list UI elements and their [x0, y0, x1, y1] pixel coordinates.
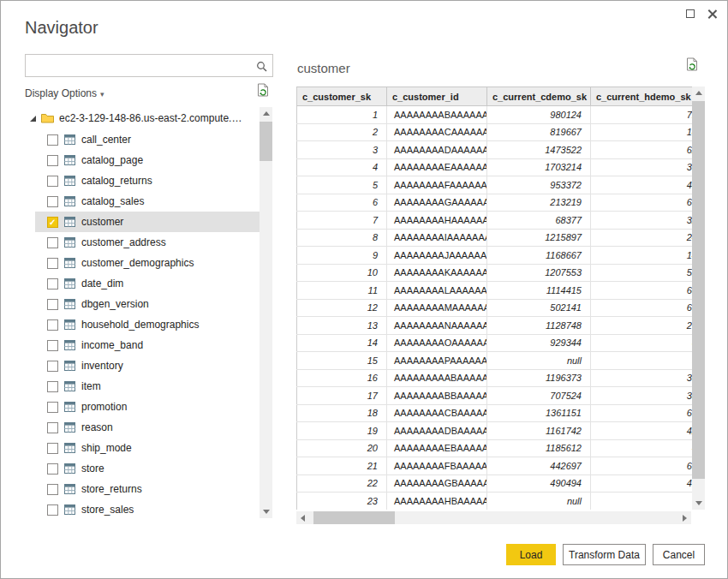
- preview-row[interactable]: 19 AAAAAAAADBAAAAAA 1161742 42: [297, 422, 694, 440]
- checkbox[interactable]: [47, 422, 58, 433]
- checkbox[interactable]: [47, 484, 58, 495]
- checkbox[interactable]: [47, 278, 58, 290]
- checkbox[interactable]: [47, 258, 58, 269]
- refresh-list-icon[interactable]: [257, 83, 270, 100]
- preview-row[interactable]: 3 AAAAAAAADAAAAAAA 1473522 62: [297, 141, 694, 159]
- tree-root-server[interactable]: ec2-3-129-148-86.us-east-2.compute.amaz.…: [25, 107, 260, 129]
- tree-item-catalog_returns[interactable]: catalog_returns: [35, 170, 260, 191]
- preview-row[interactable]: 22 AAAAAAAAGBAAAAAA 490494 45: [297, 475, 694, 492]
- table-icon: [64, 463, 75, 474]
- preview-row[interactable]: 7 AAAAAAAAHAAAAAAA 68377 32: [297, 212, 694, 230]
- scrollbar-thumb[interactable]: [260, 122, 272, 161]
- table-tree: ec2-3-129-148-86.us-east-2.compute.amaz.…: [25, 107, 260, 520]
- tree-item-store_sales[interactable]: store_sales: [35, 499, 260, 520]
- tree-item-customer[interactable]: customer: [35, 212, 260, 232]
- cell: AAAAAAAAPAAAAAAA: [387, 352, 487, 370]
- scroll-down-button[interactable]: [692, 497, 705, 510]
- chevron-down-icon: ▾: [100, 90, 104, 98]
- tree-item-item[interactable]: item: [35, 376, 260, 397]
- scroll-down-button[interactable]: [260, 505, 272, 518]
- scroll-right-button[interactable]: [678, 511, 691, 524]
- preview-row[interactable]: 23 AAAAAAAAHBAAAAAA null 6: [297, 492, 694, 510]
- cell: AAAAAAAAGBAAAAAA: [387, 475, 487, 492]
- preview-row[interactable]: 21 AAAAAAAAFBAAAAAA 442697 65: [297, 457, 694, 475]
- tree-item-inventory[interactable]: inventory: [35, 355, 260, 376]
- header-row: c_customer_sk c_customer_id c_current_cd…: [297, 87, 694, 106]
- preview-row[interactable]: 18 AAAAAAAACBAAAAAA 1361151 65: [297, 404, 694, 422]
- preview-row[interactable]: 17 AAAAAAAABBAAAAAA 707524 38: [297, 387, 694, 405]
- column-header[interactable]: c_customer_sk: [297, 87, 387, 106]
- preview-row[interactable]: 13 AAAAAAAANAAAAAAA 1128748 27: [297, 317, 694, 335]
- checkbox[interactable]: [47, 361, 58, 372]
- preview-row[interactable]: 10 AAAAAAAAKAAAAAAA 1207553 51: [297, 264, 694, 282]
- load-button[interactable]: Load: [506, 544, 556, 565]
- close-button[interactable]: [705, 6, 720, 21]
- tree-item-store[interactable]: store: [35, 458, 260, 479]
- scroll-up-button[interactable]: [260, 107, 272, 120]
- preview-table: c_customer_sk c_customer_id c_current_cd…: [296, 87, 693, 510]
- scrollbar-thumb[interactable]: [313, 511, 395, 524]
- tree-item-household_demographics[interactable]: household_demographics: [35, 314, 260, 335]
- checkbox[interactable]: [47, 155, 58, 166]
- preview-row[interactable]: 9 AAAAAAAAJAAAAAAA 1168667 14: [297, 247, 694, 265]
- checkbox[interactable]: [47, 217, 58, 228]
- tree-item-ship_mode[interactable]: ship_mode: [35, 438, 260, 458]
- column-header[interactable]: c_customer_id: [387, 87, 487, 106]
- tree-item-store_returns[interactable]: store_returns: [35, 479, 260, 499]
- tree-item-catalog_page[interactable]: catalog_page: [35, 150, 260, 170]
- checkbox[interactable]: [47, 463, 58, 475]
- preview-row[interactable]: 12 AAAAAAAAMAAAAAAA 502141 65: [297, 299, 694, 317]
- preview-row[interactable]: 6 AAAAAAAAGAAAAAAA 213219 63: [297, 194, 694, 212]
- checkbox[interactable]: [47, 504, 58, 516]
- checkbox[interactable]: [47, 134, 58, 146]
- tree-item-call_center[interactable]: call_center: [35, 129, 260, 150]
- tree-item-promotion[interactable]: promotion: [35, 397, 260, 417]
- table-icon: [64, 278, 75, 289]
- preview-row[interactable]: 1 AAAAAAAABAAAAAAA 980124 71: [297, 106, 694, 124]
- preview-horizontal-scrollbar[interactable]: [296, 511, 691, 524]
- tree-item-dbgen_version[interactable]: dbgen_version: [35, 294, 260, 314]
- preview-row[interactable]: 20 AAAAAAAAEBAAAAAA 1185612 4: [297, 439, 694, 457]
- tree-item-income_band[interactable]: income_band: [35, 335, 260, 355]
- preview-row[interactable]: 4 AAAAAAAAEAAAAAAA 1703214 39: [297, 158, 694, 176]
- tree-scrollbar[interactable]: [260, 107, 272, 518]
- search-input[interactable]: [31, 56, 252, 75]
- preview-row[interactable]: 16 AAAAAAAAABAAAAAA 1196373 30: [297, 369, 694, 387]
- scroll-left-button[interactable]: [296, 511, 309, 524]
- refresh-preview-icon[interactable]: [686, 57, 699, 75]
- cell: 980124: [487, 106, 591, 124]
- checkbox[interactable]: [47, 319, 58, 331]
- preview-row[interactable]: 11 AAAAAAAALAAAAAAA 1114415 68: [297, 282, 694, 300]
- checkbox[interactable]: [47, 402, 58, 413]
- tree-item-customer_demographics[interactable]: customer_demographics: [35, 253, 260, 273]
- search-icon[interactable]: [256, 60, 267, 75]
- preview-vertical-scrollbar[interactable]: [692, 87, 705, 510]
- checkbox[interactable]: [47, 176, 58, 187]
- preview-row[interactable]: 8 AAAAAAAAIAAAAAAA 1215897 24: [297, 229, 694, 247]
- column-header[interactable]: c_current_cdemo_sk: [487, 87, 591, 106]
- tree-item-reason[interactable]: reason: [35, 417, 260, 438]
- checkbox[interactable]: [47, 196, 58, 207]
- tree-item-customer_address[interactable]: customer_address: [35, 232, 260, 253]
- preview-row[interactable]: 15 AAAAAAAAPAAAAAAA null 9: [297, 352, 694, 370]
- preview-row[interactable]: 5 AAAAAAAAFAAAAAAA 953372 44: [297, 176, 694, 194]
- transform-data-button[interactable]: Transform Data: [563, 544, 646, 565]
- preview-row[interactable]: 2 AAAAAAAACAAAAAAA 819667 14: [297, 123, 694, 141]
- cell: 1114415: [487, 282, 591, 300]
- checkbox[interactable]: [47, 340, 58, 351]
- cancel-button[interactable]: Cancel: [653, 544, 705, 565]
- cell: 5: [297, 176, 387, 194]
- checkbox[interactable]: [47, 381, 58, 392]
- maximize-button[interactable]: [683, 6, 698, 21]
- scroll-up-button[interactable]: [692, 87, 705, 99]
- checkbox[interactable]: [47, 443, 58, 454]
- display-options-dropdown[interactable]: Display Options▾: [25, 87, 104, 99]
- preview-row[interactable]: 14 AAAAAAAAOAAAAAAA 929344 8: [297, 334, 694, 352]
- column-header[interactable]: c_current_hdemo_sk: [591, 87, 694, 106]
- collapse-triangle-icon[interactable]: [30, 116, 36, 122]
- tree-item-catalog_sales[interactable]: catalog_sales: [35, 191, 260, 212]
- checkbox[interactable]: [47, 299, 58, 310]
- scrollbar-thumb[interactable]: [692, 101, 705, 479]
- checkbox[interactable]: [47, 237, 58, 248]
- tree-item-date_dim[interactable]: date_dim: [35, 273, 260, 294]
